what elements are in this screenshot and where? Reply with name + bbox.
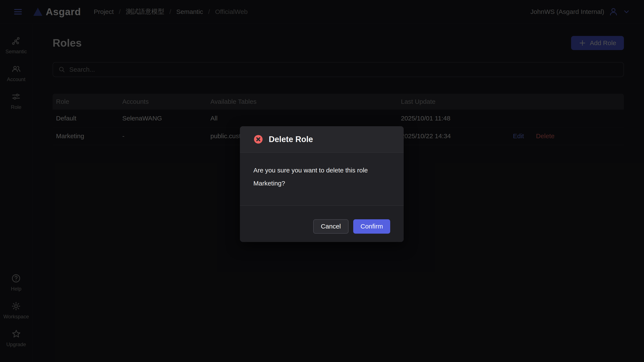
cancel-button[interactable]: Cancel bbox=[313, 219, 348, 234]
modal-header: Delete Role bbox=[240, 126, 404, 153]
error-circle-icon bbox=[253, 134, 263, 144]
delete-role-modal: Delete Role Are you sure you want to del… bbox=[240, 126, 404, 242]
modal-footer: Cancel Confirm bbox=[240, 205, 404, 242]
modal-title: Delete Role bbox=[269, 135, 313, 144]
confirm-button[interactable]: Confirm bbox=[353, 219, 390, 234]
modal-body-text: Are you sure you want to delete this rol… bbox=[240, 153, 404, 205]
